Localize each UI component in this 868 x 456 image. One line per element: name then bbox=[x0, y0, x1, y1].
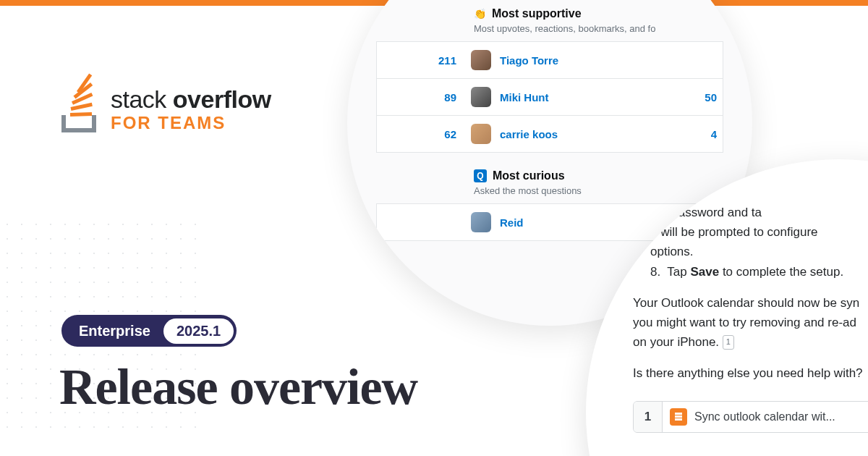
most-supportive-header: 👏 Most supportive bbox=[474, 7, 723, 20]
citation-pill[interactable]: 1 bbox=[723, 335, 734, 350]
leaderboard-row[interactable]: 211 Tiago Torre bbox=[376, 41, 723, 79]
avatar bbox=[471, 50, 491, 70]
user-link[interactable]: carrie koos bbox=[500, 128, 711, 140]
citation-reference-row[interactable]: 1 Sync outlook calendar wit... bbox=[633, 401, 868, 433]
stackoverflow-icon bbox=[61, 88, 102, 132]
leaderboard-row[interactable]: 89 Miki Hunt 50 bbox=[376, 78, 723, 116]
badge-label: Enterprise bbox=[64, 323, 163, 339]
badge-version: 2025.1 bbox=[163, 318, 234, 344]
answer-text: our password and ta u will be prompted t… bbox=[633, 203, 868, 433]
citation-title: Sync outlook calendar wit... bbox=[694, 408, 835, 426]
citation-number: 1 bbox=[634, 402, 663, 432]
logo-subline: FOR TEAMS bbox=[111, 113, 271, 133]
most-supportive-subtitle: Most upvotes, reactions, bookmarks, and … bbox=[474, 23, 723, 34]
most-curious-subtitle: Asked the most questions bbox=[474, 185, 723, 196]
clap-icon: 👏 bbox=[474, 8, 486, 20]
stackoverflow-icon bbox=[670, 408, 687, 426]
user-link[interactable]: Tiago Torre bbox=[500, 54, 717, 67]
leaderboard-row[interactable]: 62 carrie koos 4 bbox=[376, 115, 723, 153]
stackoverflow-teams-logo: stack overflow FOR TEAMS bbox=[61, 87, 271, 133]
version-badge: Enterprise 2025.1 bbox=[61, 315, 237, 347]
user-link[interactable]: Miki Hunt bbox=[500, 91, 705, 104]
page-title: Release overview bbox=[59, 358, 417, 416]
avatar bbox=[471, 212, 491, 232]
avatar bbox=[471, 87, 491, 107]
logo-wordmark: stack overflow bbox=[111, 87, 271, 111]
avatar bbox=[471, 124, 491, 144]
most-curious-header: Q Most curious bbox=[474, 169, 723, 182]
question-icon: Q bbox=[474, 169, 487, 182]
